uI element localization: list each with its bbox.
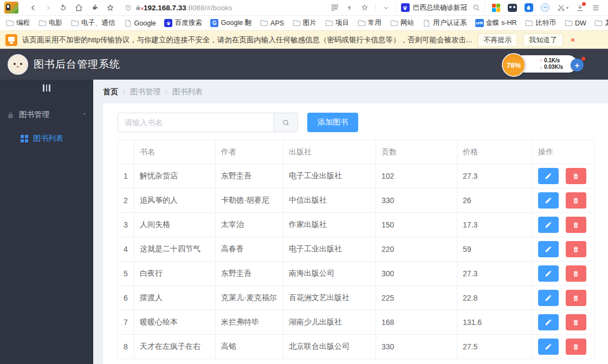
baidu-icon	[164, 19, 173, 28]
bookmark-item[interactable]: 电影	[38, 18, 62, 28]
bookmark-item[interactable]: 网站	[390, 18, 414, 28]
delete-button[interactable]	[566, 192, 586, 209]
table-row: 6 摆渡人 克莱儿·麦克福尔 百花洲文艺出版社 225 22.8	[118, 286, 594, 310]
bookmark-item[interactable]: sHR 金蝶 s-HR	[475, 18, 517, 28]
sidebar-item-book-management[interactable]: 图书管理 ⌃	[0, 103, 93, 126]
got-it-button[interactable]: 我知道了	[523, 33, 563, 47]
apps-grid-icon[interactable]	[492, 4, 500, 12]
bookmark-item[interactable]: 图片	[292, 18, 316, 28]
refresh-icon[interactable]	[59, 4, 67, 12]
back-icon[interactable]	[30, 4, 37, 11]
banner-close-icon[interactable]: ×	[571, 36, 575, 44]
search-button[interactable]	[274, 113, 298, 132]
delete-button[interactable]	[566, 339, 586, 355]
browser-search-box[interactable]: 巴西总统确诊新冠	[396, 1, 485, 14]
sidebar-collapse-toggle[interactable]	[0, 80, 93, 96]
edit-icon	[545, 197, 552, 204]
app-header: 图书后台管理系统 78% ↑0.1K/s ↓0.03K/s +	[0, 49, 608, 80]
bookmark-item[interactable]: APS	[260, 19, 284, 28]
insecure-lock-icon[interactable]: ×	[135, 4, 141, 11]
edit-button[interactable]	[538, 168, 559, 184]
favorite-star-icon[interactable]	[106, 4, 114, 12]
cell-index: 5	[118, 262, 134, 286]
cell-pages: 150	[376, 213, 457, 237]
speed-widget[interactable]: 78% ↑0.1K/s ↓0.03K/s +	[514, 54, 577, 74]
search-magnifier-icon[interactable]	[473, 4, 480, 11]
reopen-tab-icon[interactable]	[90, 4, 99, 12]
edit-button[interactable]	[538, 265, 559, 282]
bookmark-item[interactable]: DW	[564, 19, 586, 28]
cell-actions	[533, 310, 594, 335]
download-arrow-icon: ↓	[540, 64, 542, 70]
bookmark-item[interactable]: 常用	[357, 18, 381, 28]
shield-icon[interactable]	[125, 4, 132, 11]
delete-button[interactable]	[566, 265, 586, 282]
delete-button[interactable]	[566, 217, 586, 233]
delete-button[interactable]	[566, 314, 586, 330]
app-title: 图书后台管理系统	[34, 57, 120, 72]
bookmark-item[interactable]: 用户认证系	[422, 18, 467, 28]
lock-icon	[7, 111, 15, 119]
edit-button[interactable]	[538, 314, 559, 330]
bookmark-star-icon[interactable]	[361, 4, 368, 11]
cell-book-name: 暖暖心绘本	[134, 310, 216, 335]
menu-hamburger-icon[interactable]	[592, 4, 600, 12]
bookmark-item[interactable]: 百度搜索	[164, 18, 202, 28]
cell-author: 东野圭吾	[216, 164, 283, 188]
extension-drop-icon[interactable]	[525, 3, 533, 12]
adblock-minus-icon[interactable]: −	[541, 3, 549, 12]
book-name-search-input[interactable]	[118, 113, 274, 132]
delete-button[interactable]	[566, 290, 586, 306]
cell-book-name: 天才在左疯子在右	[134, 335, 216, 359]
cell-actions	[533, 335, 594, 359]
chevron-down-icon[interactable]	[383, 5, 389, 11]
edit-button[interactable]	[538, 339, 559, 355]
qrcode-icon[interactable]	[331, 4, 339, 11]
cell-book-name: 摆渡人	[134, 286, 216, 310]
edit-button[interactable]	[538, 192, 559, 209]
breadcrumb-home[interactable]: 首页	[103, 87, 118, 97]
speed-percent-badge[interactable]: 78%	[502, 53, 526, 77]
address-bar[interactable]: × 192.168.7.33:8088/#/books	[124, 4, 232, 12]
url-path: :8088/#/books	[186, 4, 232, 12]
cell-pages: 225	[376, 286, 457, 310]
avatar[interactable]	[8, 54, 28, 75]
bookmark-item[interactable]: 项目	[325, 18, 349, 28]
breadcrumb-book-list[interactable]: 图书列表	[172, 87, 203, 97]
col-name: 书名	[134, 140, 216, 164]
delete-button[interactable]	[566, 241, 586, 257]
bookmark-item[interactable]: Google	[124, 19, 156, 28]
home-icon[interactable]	[75, 4, 83, 12]
tab-favicon[interactable]	[4, 2, 18, 14]
cell-author: 高铭	[216, 335, 283, 359]
sidebar: 图书管理 ⌃ 图书列表	[0, 80, 93, 364]
screenshot-scissors-icon[interactable]: ▾	[557, 4, 568, 12]
breadcrumb-book-management[interactable]: 图书管理	[130, 87, 160, 97]
edit-button[interactable]	[538, 241, 559, 257]
cell-publisher: 百花洲文艺出版社	[283, 286, 376, 310]
books-table: 书名 作者 出版社 页数 价格 操作 1 解忧杂货店 东野圭吾 电子工业出版社	[118, 140, 594, 359]
bookmark-item[interactable]: 编程	[5, 18, 30, 28]
extension-panda-icon[interactable]	[508, 4, 517, 12]
hot-search-text[interactable]: 巴西总统确诊新冠	[413, 3, 467, 12]
cell-author: 克莱儿·麦克福尔	[216, 286, 283, 310]
add-book-button[interactable]: 添加图书	[307, 113, 358, 132]
bookmark-item[interactable]: 电子、通信	[70, 18, 115, 28]
other-bookmarks[interactable]: 其它收藏	[594, 18, 608, 28]
folder-icon	[564, 19, 573, 28]
forward-icon[interactable]	[44, 4, 51, 11]
speed-plus-button[interactable]: +	[571, 58, 584, 72]
bookmarks-bar: 编程 电影 电子、通信 Google 百度搜索 G Google 翻 APS 图…	[0, 16, 608, 31]
delete-button[interactable]	[566, 168, 586, 184]
edit-button[interactable]	[538, 217, 559, 233]
cell-price: 17.3	[457, 213, 533, 237]
bookmark-item[interactable]: G Google 翻	[210, 18, 251, 28]
download-icon[interactable]	[576, 4, 584, 12]
edit-button[interactable]	[538, 290, 559, 306]
bookmark-item[interactable]: 比特币	[525, 18, 557, 28]
sidebar-item-book-list[interactable]: 图书列表	[0, 126, 93, 151]
no-remind-button[interactable]: 不再提示	[477, 33, 518, 47]
cell-author: 东野圭吾	[216, 262, 283, 286]
cell-author: 高春香	[216, 237, 283, 262]
lightning-icon[interactable]	[346, 4, 353, 11]
